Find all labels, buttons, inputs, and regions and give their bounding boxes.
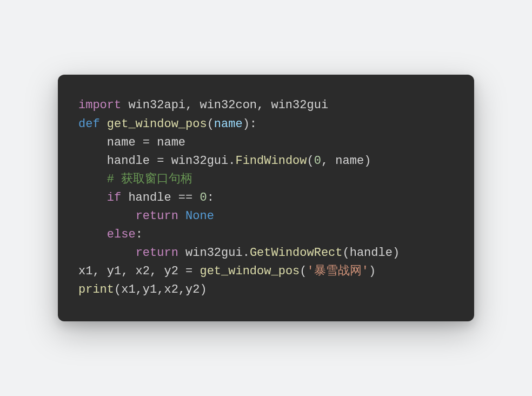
- import-modules: win32api, win32con, win32gui: [121, 98, 328, 112]
- indent: [78, 154, 107, 168]
- space: [178, 209, 185, 223]
- indent: [78, 191, 107, 204]
- cond-lhs: handle: [121, 191, 178, 204]
- colon: :: [207, 191, 214, 204]
- paren-close-colon: ):: [243, 117, 257, 131]
- paren-close: ): [393, 246, 400, 260]
- keyword-if: if: [107, 191, 121, 204]
- assign-lhs: name: [107, 136, 143, 149]
- paren-open: (: [300, 265, 307, 278]
- comma: ,: [321, 154, 335, 168]
- colon: :: [136, 228, 143, 241]
- cond-op: ==: [178, 191, 192, 204]
- indent: [78, 209, 136, 223]
- string-literal: '暴雪战网': [307, 265, 369, 278]
- code-block: import win32api, win32con, win32gui def …: [58, 75, 474, 321]
- module-member: win32gui.: [164, 154, 235, 168]
- comment: # 获取窗口句柄: [107, 173, 192, 186]
- assign-rhs: name: [150, 136, 185, 149]
- function-call: FindWindow: [235, 154, 307, 168]
- paren-open: (: [114, 283, 121, 296]
- arg-name: handle: [350, 246, 393, 260]
- paren-open: (: [343, 246, 350, 260]
- paren-close: ): [369, 265, 376, 278]
- keyword-def: def: [78, 117, 100, 131]
- assign-op: =: [157, 154, 164, 168]
- number-literal: 0: [200, 191, 207, 204]
- indent: [78, 173, 107, 186]
- paren-open: (: [207, 117, 214, 131]
- space: [192, 265, 200, 278]
- paren-close: ): [364, 154, 371, 168]
- args: x1,y1,x2,y2: [121, 283, 200, 296]
- number-literal: 0: [314, 154, 321, 168]
- assign-lhs: x1, y1, x2, y2: [78, 265, 185, 278]
- cond-sp: [192, 191, 200, 204]
- keyword-return: return: [136, 246, 178, 260]
- keyword-import: import: [78, 98, 121, 112]
- indent: [78, 228, 107, 241]
- function-call: get_window_pos: [200, 265, 300, 278]
- keyword-else: else: [107, 228, 136, 241]
- code-content: import win32api, win32con, win32gui def …: [78, 96, 454, 299]
- keyword-return: return: [136, 209, 178, 223]
- assign-op: =: [185, 265, 192, 278]
- function-name: get_window_pos: [100, 117, 207, 131]
- indent: [78, 136, 107, 149]
- assign-lhs: handle: [107, 154, 157, 168]
- keyword-none: None: [185, 209, 214, 223]
- function-call: print: [78, 283, 114, 296]
- paren-open: (: [307, 154, 314, 168]
- function-call: GetWindowRect: [250, 246, 343, 260]
- arg-name: name: [335, 154, 364, 168]
- paren-close: ): [200, 283, 207, 296]
- module-member: win32gui.: [178, 246, 250, 260]
- assign-op: =: [143, 136, 150, 149]
- param-name: name: [214, 117, 243, 131]
- indent: [78, 246, 136, 260]
